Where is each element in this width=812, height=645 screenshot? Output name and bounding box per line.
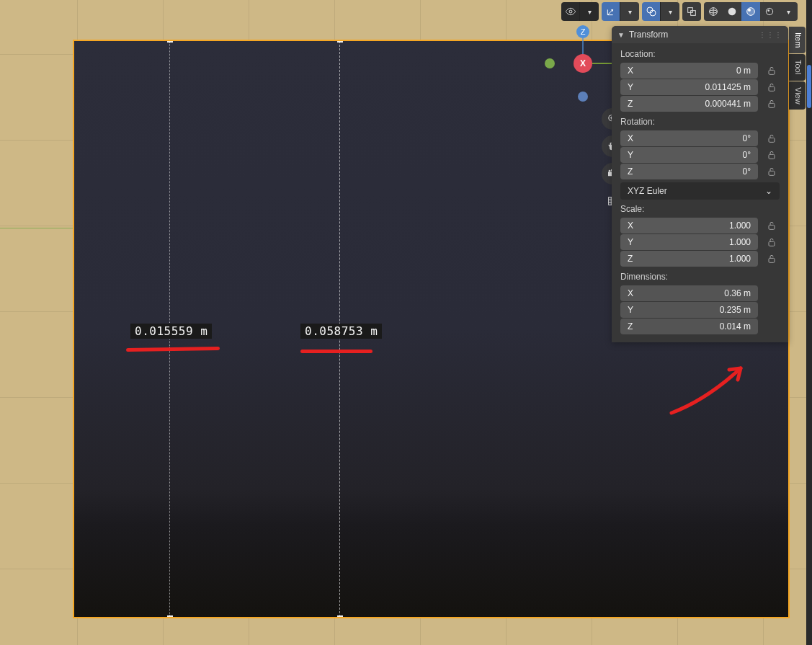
lock-icon[interactable] xyxy=(764,218,780,233)
svg-rect-35 xyxy=(769,241,775,246)
visibility-dropdown-arrow[interactable]: ▾ xyxy=(580,2,599,21)
svg-rect-33 xyxy=(769,171,775,175)
svg-point-12 xyxy=(569,10,572,13)
svg-point-27 xyxy=(767,9,769,12)
svg-point-5 xyxy=(609,170,611,172)
panel-header[interactable]: ▼ Transform ⋮⋮⋮ xyxy=(612,26,788,43)
lock-icon[interactable] xyxy=(764,147,780,163)
gizmo-axis-z[interactable]: Z xyxy=(576,25,589,38)
rotation-z-field[interactable]: Z0° xyxy=(620,164,758,179)
location-x-field[interactable]: X0 m xyxy=(620,63,758,79)
rotation-x-field[interactable]: X0° xyxy=(620,130,758,146)
svg-line-13 xyxy=(607,11,611,14)
svg-rect-29 xyxy=(769,86,775,91)
svg-rect-30 xyxy=(769,103,775,107)
gizmo-dropdown-arrow[interactable]: ▾ xyxy=(620,2,639,21)
disclosure-triangle-icon: ▼ xyxy=(617,31,625,39)
svg-rect-31 xyxy=(769,138,775,142)
panel-grip-icon[interactable]: ⋮⋮⋮ xyxy=(759,31,782,39)
side-tab-item[interactable]: Item xyxy=(789,27,806,53)
svg-rect-19 xyxy=(691,11,696,16)
scale-x-field[interactable]: X1.000 xyxy=(620,218,758,233)
scale-label: Scale: xyxy=(612,200,788,217)
transform-panel: ▼ Transform ⋮⋮⋮ Location: X0 m Y0.011425… xyxy=(612,26,788,342)
measure-label-b: 0.058753 m xyxy=(300,324,382,339)
rotation-y-field[interactable]: Y0° xyxy=(620,147,758,163)
xray-toggle[interactable] xyxy=(682,2,701,21)
scrollbar-thumb[interactable] xyxy=(807,65,811,108)
svg-rect-36 xyxy=(769,258,775,262)
gizmo-toggle[interactable] xyxy=(602,2,620,21)
location-label: Location: xyxy=(612,43,788,62)
overlay-toggle[interactable] xyxy=(642,2,661,21)
side-tab-view[interactable]: View xyxy=(789,81,806,110)
svg-point-23 xyxy=(728,8,736,16)
gizmo-axis-neg-z[interactable] xyxy=(578,92,588,102)
panel-title: Transform xyxy=(629,30,668,40)
shading-dropdown-arrow[interactable]: ▾ xyxy=(779,2,798,21)
axis-guide xyxy=(0,228,74,228)
svg-rect-18 xyxy=(688,8,693,13)
visibility-dropdown[interactable] xyxy=(561,2,580,21)
side-tab-tool[interactable]: Tool xyxy=(789,54,806,80)
spacer xyxy=(764,302,780,318)
dimensions-label: Dimensions: xyxy=(612,267,788,285)
shading-rendered[interactable] xyxy=(760,2,779,21)
svg-rect-28 xyxy=(769,70,775,74)
lock-icon[interactable] xyxy=(764,63,780,79)
spacer xyxy=(764,319,780,334)
lock-icon[interactable] xyxy=(764,164,780,179)
svg-point-24 xyxy=(747,8,755,16)
lock-icon[interactable] xyxy=(764,130,780,146)
lock-icon[interactable] xyxy=(764,79,780,95)
lock-icon[interactable] xyxy=(764,96,780,112)
location-y-field[interactable]: Y0.011425 m xyxy=(620,79,758,95)
orientation-gizmo[interactable]: Z Y X xyxy=(543,24,623,103)
dimensions-z-field[interactable]: Z0.014 m xyxy=(620,319,758,334)
svg-rect-32 xyxy=(769,154,775,159)
svg-point-25 xyxy=(748,9,751,12)
location-z-field[interactable]: Z0.000441 m xyxy=(620,96,758,112)
rotation-mode-dropdown[interactable]: XYZ Euler⌄ xyxy=(620,182,780,200)
scale-y-field[interactable]: Y1.000 xyxy=(620,234,758,250)
measure-label-a: 0.015559 m xyxy=(130,324,212,339)
shading-wireframe[interactable] xyxy=(704,2,723,21)
lock-icon[interactable] xyxy=(764,234,780,250)
chevron-down-icon: ⌄ xyxy=(765,186,772,196)
shading-solid[interactable] xyxy=(723,2,741,21)
overlay-dropdown-arrow[interactable]: ▾ xyxy=(661,2,679,21)
lock-icon[interactable] xyxy=(764,251,780,267)
scrollbar[interactable] xyxy=(806,0,812,645)
rotation-label: Rotation: xyxy=(612,112,788,130)
annotation-underline-b xyxy=(300,350,372,353)
spacer xyxy=(764,285,780,301)
svg-point-26 xyxy=(766,8,772,14)
dimensions-x-field[interactable]: X0.36 m xyxy=(620,285,758,301)
dimensions-y-field[interactable]: Y0.235 m xyxy=(620,302,758,318)
gizmo-axis-neg-y[interactable] xyxy=(545,58,555,68)
shading-material[interactable] xyxy=(741,2,760,21)
scale-z-field[interactable]: Z1.000 xyxy=(620,251,758,267)
annotation-underline-a xyxy=(126,347,220,352)
gizmo-axis-x[interactable]: X xyxy=(574,54,592,73)
svg-rect-34 xyxy=(769,225,775,229)
